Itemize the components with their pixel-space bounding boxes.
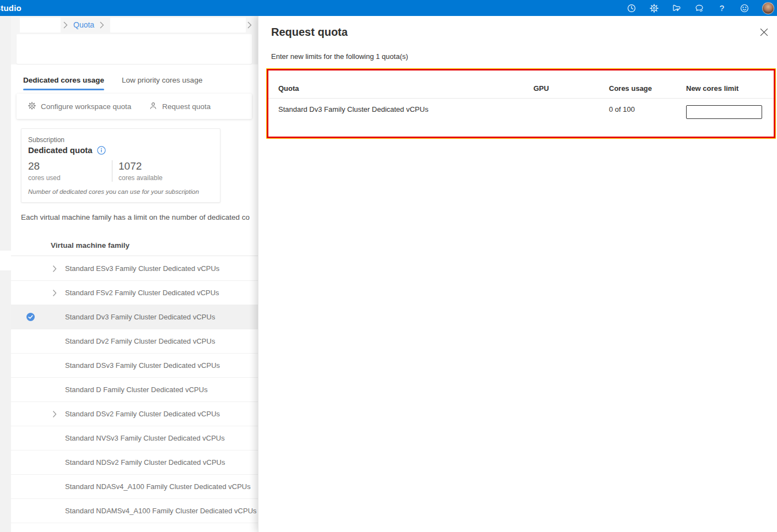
subscription-label: Subscription xyxy=(28,136,213,144)
page-title-box xyxy=(17,34,252,64)
vm-family-row[interactable]: Standard NDASv4_A100 Family Cluster Dedi… xyxy=(11,475,258,499)
smiley-feedback-icon[interactable] xyxy=(740,3,749,13)
vm-family-row[interactable]: Standard NDAMSv4_A100 Family Cluster Ded… xyxy=(11,499,258,523)
panel-subtitle: Enter new limits for the following 1 quo… xyxy=(271,52,408,61)
subscription-quota-card: Subscription Dedicated quota 28 cores us… xyxy=(21,128,220,203)
panel-title: Request quota xyxy=(271,26,348,39)
row-selected-check-icon xyxy=(26,313,35,321)
quota-page: Quota Dedicated cores usage Low priority… xyxy=(11,16,258,532)
column-header-cores-usage: Cores usage xyxy=(609,84,686,93)
clock-history-icon[interactable] xyxy=(627,3,636,13)
column-header-gpu: GPU xyxy=(533,84,609,93)
vm-family-label: Standard FSv2 Family Cluster Dedicated v… xyxy=(65,289,219,297)
row-expand-chevron-icon[interactable] xyxy=(52,410,57,418)
vm-family-row[interactable]: Standard DSv3 Family Cluster Dedicated v… xyxy=(11,354,258,378)
vm-table-header: Virtual machine family xyxy=(11,235,258,256)
dedicated-quota-title: Dedicated quota xyxy=(28,145,93,155)
quota-stats: 28 cores used 1072 cores available xyxy=(28,160,213,182)
vm-family-row[interactable]: Standard ESv3 Family Cluster Dedicated v… xyxy=(11,257,258,281)
help-icon[interactable]: ? xyxy=(717,3,727,13)
cores-available-label: cores available xyxy=(118,174,163,182)
vm-family-label: Standard ESv3 Family Cluster Dedicated v… xyxy=(65,264,219,273)
cores-available-value: 1072 xyxy=(118,160,163,172)
vm-family-row[interactable]: Standard D Family Cluster Dedicated vCPU… xyxy=(11,378,258,402)
quota-toolbar: Configure workspace quota Request quota xyxy=(17,94,252,119)
vm-family-label: Standard NVSv3 Family Cluster Dedicated … xyxy=(65,434,225,442)
gear-icon xyxy=(28,101,36,112)
quota-name-cell: Standard Dv3 Family Cluster Dedicated vC… xyxy=(278,105,533,113)
info-icon[interactable] xyxy=(97,146,106,155)
column-header-quota: Quota xyxy=(278,84,533,93)
tab-bar: Dedicated cores usage Low priority cores… xyxy=(23,76,202,90)
vm-family-row[interactable]: Standard Dv3 Family Cluster Dedicated vC… xyxy=(11,305,258,329)
person-icon xyxy=(149,101,158,112)
close-icon xyxy=(760,28,769,36)
vm-family-label: Standard NDASv4_A100 Family Cluster Dedi… xyxy=(65,482,251,491)
announcements-megaphone-icon[interactable] xyxy=(672,3,682,13)
configure-workspace-quota-label: Configure workspace quota xyxy=(41,102,131,111)
breadcrumb: Quota xyxy=(11,16,258,34)
vm-family-label: Standard DSv2 Family Cluster Dedicated v… xyxy=(65,410,220,418)
cores-used-value: 28 xyxy=(28,160,112,172)
configure-workspace-quota-button[interactable]: Configure workspace quota xyxy=(28,101,131,112)
top-app-bar: Studio ? xyxy=(0,0,777,16)
vm-family-row[interactable]: Standard NDSv2 Family Cluster Dedicated … xyxy=(11,450,258,475)
vm-family-label: Standard Dv2 Family Cluster Dedicated vC… xyxy=(65,337,215,345)
vm-family-label: Standard D Family Cluster Dedicated vCPU… xyxy=(65,386,208,394)
breadcrumb-link-quota[interactable]: Quota xyxy=(73,20,94,29)
quota-note: Number of dedicated cores you can use fo… xyxy=(28,188,213,195)
quota-table-highlight: Quota GPU Cores usage New cores limit St… xyxy=(267,69,775,138)
vm-family-row[interactable]: Standard DSv2 Family Cluster Dedicated v… xyxy=(11,402,258,426)
breadcrumb-item-placeholder[interactable] xyxy=(110,18,246,32)
rail-notch xyxy=(0,251,11,270)
feedback-chat-icon[interactable] xyxy=(694,3,704,13)
left-nav-rail xyxy=(0,16,11,532)
tab-dedicated-cores-usage[interactable]: Dedicated cores usage xyxy=(23,76,104,90)
vm-family-table: Standard ESv3 Family Cluster Dedicated v… xyxy=(11,257,258,523)
stat-divider xyxy=(112,160,112,182)
close-panel-button[interactable] xyxy=(759,26,770,37)
chevron-right-icon xyxy=(247,21,252,29)
vm-family-row[interactable]: Standard Dv2 Family Cluster Dedicated vC… xyxy=(11,329,258,354)
cores-usage-cell: 0 of 100 xyxy=(609,105,686,113)
request-quota-label: Request quota xyxy=(162,102,211,111)
row-expand-chevron-icon[interactable] xyxy=(52,265,57,273)
vm-family-column-header: Virtual machine family xyxy=(51,241,130,249)
tab-low-priority-cores-usage[interactable]: Low priority cores usage xyxy=(122,76,202,90)
request-quota-panel: Request quota Enter new limits for the f… xyxy=(258,16,777,532)
vm-family-label: Standard Dv3 Family Cluster Dedicated vC… xyxy=(65,313,215,321)
vm-family-label: Standard NDAMSv4_A100 Family Cluster Ded… xyxy=(65,507,257,515)
request-quota-button[interactable]: Request quota xyxy=(149,101,211,112)
new-cores-limit-input[interactable] xyxy=(686,105,762,119)
app-title[interactable]: Studio xyxy=(0,3,21,13)
row-expand-chevron-icon[interactable] xyxy=(52,289,57,297)
breadcrumb-separator-icon xyxy=(63,21,68,29)
vm-family-description: Each virtual machine family has a limit … xyxy=(21,213,258,221)
app-screen: Studio ? Quota xyxy=(0,0,777,532)
topbar-icon-group: ? xyxy=(627,2,777,14)
quota-table-row: Standard Dv3 Family Cluster Dedicated vC… xyxy=(268,99,774,119)
quota-table-header-row: Quota GPU Cores usage New cores limit xyxy=(268,70,774,99)
user-avatar[interactable] xyxy=(762,2,774,14)
column-header-new-cores-limit: New cores limit xyxy=(686,84,774,93)
vm-family-label: Standard DSv3 Family Cluster Dedicated v… xyxy=(65,361,220,370)
vm-family-row[interactable]: Standard NVSv3 Family Cluster Dedicated … xyxy=(11,426,258,450)
breadcrumb-separator-icon xyxy=(99,21,104,29)
vm-family-row[interactable]: Standard FSv2 Family Cluster Dedicated v… xyxy=(11,281,258,305)
page-header-zone: Quota xyxy=(11,16,258,64)
vm-family-label: Standard NDSv2 Family Cluster Dedicated … xyxy=(65,458,225,466)
breadcrumb-item-placeholder[interactable] xyxy=(20,18,61,32)
cores-used-label: cores used xyxy=(28,174,112,182)
settings-gear-icon[interactable] xyxy=(649,3,659,13)
